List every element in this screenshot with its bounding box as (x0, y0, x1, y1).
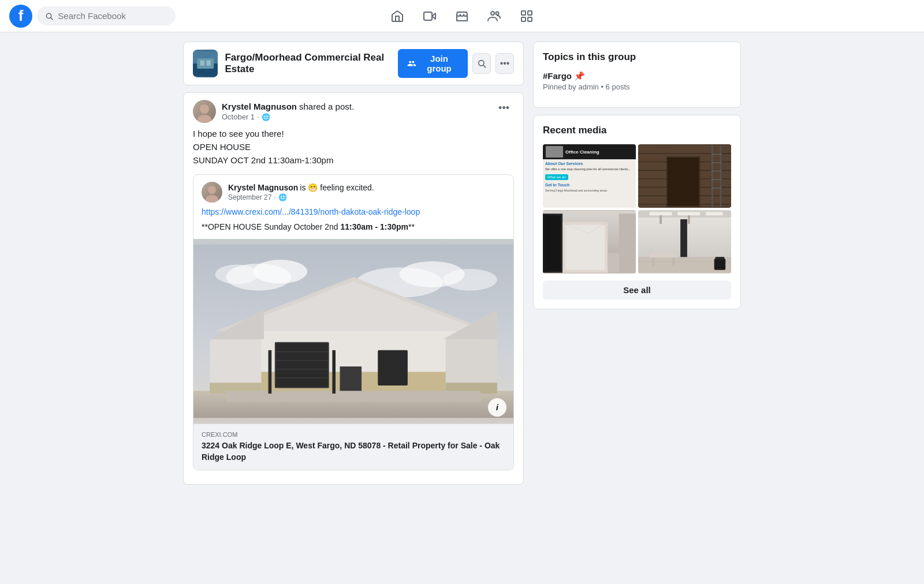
svg-rect-83 (688, 215, 690, 224)
svg-rect-76 (619, 214, 636, 272)
post-meta: October 1 · 🌐 (222, 113, 354, 121)
see-all-button[interactable]: See all (543, 280, 731, 300)
nav-left: f (9, 5, 311, 28)
svg-rect-86 (680, 219, 687, 257)
separator-dot: · (257, 113, 259, 121)
recent-media-grid: Office Cleaning About Our Services We of… (543, 144, 731, 274)
store-icon (455, 9, 469, 23)
menu-grid-icon (520, 9, 534, 23)
shared-meta: September 27 · 🌐 (228, 193, 374, 201)
facebook-logo[interactable]: f (9, 5, 32, 28)
svg-rect-41 (378, 350, 408, 385)
svg-rect-8 (521, 17, 526, 21)
svg-rect-48 (269, 350, 272, 394)
join-group-button[interactable]: Join group (398, 49, 468, 78)
nav-center (311, 2, 613, 30)
privacy-globe-icon: 🌐 (262, 113, 270, 121)
group-header: Fargo/Moorhead Commercial Real Estate Jo… (183, 42, 524, 85)
svg-rect-12 (197, 58, 214, 69)
property-image: i (193, 239, 513, 424)
link-title: 3224 Oak Ridge Loop E, West Fargo, ND 58… (202, 440, 505, 463)
open-house-time: 11:30am - 1:30pm (340, 222, 408, 231)
svg-rect-90 (652, 257, 654, 266)
svg-rect-63 (711, 170, 722, 171)
link-source: CREXI.COM (202, 431, 505, 438)
post-line-1: I hope to see you there! (193, 128, 514, 140)
shared-link[interactable]: https://www.crexi.com/.../841319/north-d… (193, 207, 513, 221)
media-item-3[interactable] (543, 210, 636, 274)
video-nav-button[interactable] (416, 2, 444, 30)
shared-author-info: Krystel Magnuson is 😁 feeling excited. S… (228, 183, 374, 201)
open-house-suffix: ** (408, 222, 415, 231)
svg-rect-14 (207, 61, 211, 66)
groups-nav-button[interactable] (480, 2, 508, 30)
home-nav-button[interactable] (383, 2, 411, 30)
svg-point-19 (208, 186, 216, 194)
post-date: October 1 (222, 113, 255, 121)
avatar (193, 100, 216, 123)
shared-name-line: Krystel Magnuson is 😁 feeling excited. (228, 183, 374, 192)
marketplace-nav-button[interactable] (448, 2, 476, 30)
image-info-button[interactable]: i (488, 398, 506, 417)
shared-date: September 27 (228, 193, 271, 201)
svg-point-20 (206, 195, 218, 203)
svg-rect-6 (521, 11, 526, 15)
svg-point-5 (496, 12, 499, 14)
group-more-button[interactable]: ••• (495, 53, 514, 74)
media-item-2[interactable] (638, 144, 731, 208)
svg-line-16 (483, 65, 486, 68)
svg-rect-79 (650, 212, 672, 215)
author-name[interactable]: Krystel Magnuson (222, 102, 297, 111)
svg-rect-89 (650, 253, 678, 258)
svg-rect-47 (226, 391, 480, 402)
svg-rect-67 (668, 158, 699, 206)
svg-rect-9 (528, 17, 532, 21)
join-group-label: Join group (420, 54, 459, 73)
recent-media-title: Recent media (543, 125, 731, 136)
svg-rect-71 (545, 215, 561, 271)
menu-nav-button[interactable] (513, 2, 541, 30)
svg-rect-91 (673, 257, 675, 266)
video-icon (423, 9, 437, 23)
link-preview: CREXI.COM 3224 Oak Ridge Loop E, West Fa… (193, 424, 513, 470)
post-card: Krystel Magnuson shared a post. October … (183, 92, 524, 485)
media-item-4[interactable] (638, 210, 731, 274)
svg-rect-2 (424, 12, 432, 20)
search-bar-container[interactable] (37, 6, 176, 25)
shared-author-name[interactable]: Krystel Magnuson (228, 183, 298, 192)
svg-rect-88 (716, 257, 725, 260)
svg-point-27 (443, 269, 497, 291)
group-search-button[interactable] (472, 53, 491, 74)
svg-line-1 (51, 17, 53, 19)
media-item-1[interactable]: Office Cleaning About Our Services We of… (543, 144, 636, 208)
topic-text: #Fargo 📌 Pinned by admin • 6 posts (543, 71, 630, 91)
home-icon (390, 9, 404, 23)
shared-author: Krystel Magnuson is 😁 feeling excited. S… (202, 182, 374, 203)
building-svg (193, 239, 513, 424)
svg-rect-36 (276, 343, 328, 387)
search-input[interactable] (58, 11, 167, 21)
post-more-button[interactable]: ••• (494, 100, 514, 117)
post-line-2: OPEN HOUSE (193, 141, 514, 153)
shared-sep: · (274, 193, 275, 201)
sidebar: Topics in this group #Fargo 📌 Pinned by … (533, 42, 741, 492)
svg-rect-65 (711, 188, 722, 189)
svg-rect-81 (706, 212, 722, 215)
svg-rect-73 (565, 225, 605, 270)
svg-point-17 (200, 104, 209, 114)
topics-card: Topics in this group #Fargo 📌 Pinned by … (533, 42, 741, 108)
shared-post-header: Krystel Magnuson is 😁 feeling excited. S… (193, 175, 513, 207)
svg-rect-49 (332, 350, 336, 394)
open-house-prefix: **OPEN HOUSE Sunday October 2nd (202, 222, 340, 231)
post-text: I hope to see you there! OPEN HOUSE SUND… (184, 128, 523, 174)
search-icon (45, 12, 53, 21)
post-author: Krystel Magnuson shared a post. October … (193, 100, 354, 123)
topic-meta: Pinned by admin • 6 posts (543, 83, 630, 91)
more-dots-icon: ••• (500, 58, 510, 69)
shared-feeling: is 😁 feeling excited. (300, 183, 374, 192)
topic-name[interactable]: #Fargo 📌 (543, 71, 630, 81)
svg-rect-87 (714, 259, 726, 270)
svg-point-18 (198, 115, 211, 123)
group-avatar (193, 50, 218, 77)
group-header-right: Join group ••• (398, 49, 514, 78)
